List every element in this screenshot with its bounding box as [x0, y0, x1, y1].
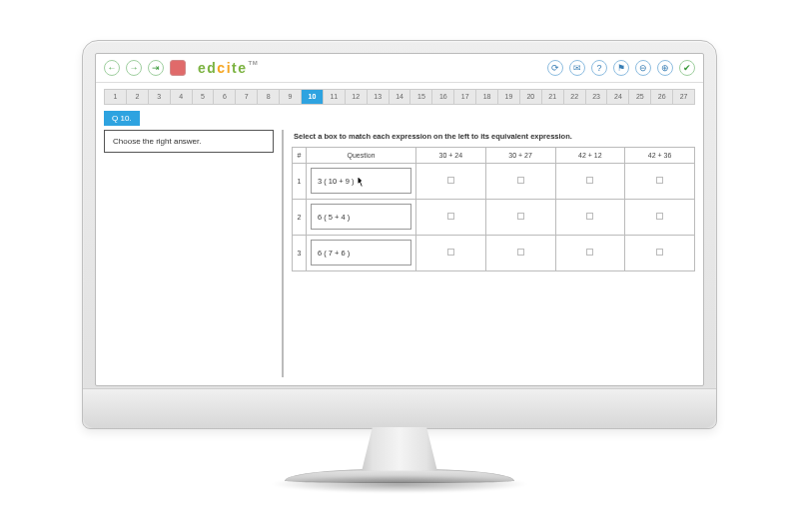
question-badge: Q 10. [104, 111, 140, 126]
row-number: 3 [293, 235, 307, 270]
question-nav-26[interactable]: 26 [651, 90, 673, 104]
table-row: 13 ( 10 + 9 ) [293, 163, 695, 199]
forward-button[interactable]: → [126, 60, 142, 76]
row-number: 1 [293, 163, 307, 199]
monitor-chin [83, 388, 716, 428]
submit-check-button[interactable]: ✔ [679, 60, 695, 76]
question-nav-23[interactable]: 23 [586, 90, 608, 104]
refresh-button[interactable]: ⟳ [547, 60, 563, 76]
answer-cell[interactable] [625, 235, 695, 270]
question-nav-20[interactable]: 20 [520, 90, 542, 104]
answer-cell[interactable] [485, 235, 555, 270]
question-nav-25[interactable]: 25 [629, 90, 651, 104]
answer-cell[interactable] [416, 163, 486, 199]
header-col-3: 42 + 12 [555, 147, 625, 163]
answer-cell[interactable] [555, 199, 625, 235]
instruction-text: Select a box to match each expression on… [294, 132, 695, 141]
checkbox-icon[interactable] [447, 177, 454, 184]
answer-cell[interactable] [485, 163, 555, 199]
checkbox-icon[interactable] [586, 213, 593, 220]
checkbox-icon[interactable] [656, 213, 663, 220]
question-nav-12[interactable]: 12 [346, 90, 368, 104]
left-pane: Choose the right answer. [104, 130, 274, 377]
table-row: 36 ( 7 + 6 ) [293, 235, 695, 270]
question-nav-strip: 1234567891011121314151617181920212223242… [104, 89, 695, 105]
skip-end-button[interactable]: ⇥ [148, 60, 164, 76]
answer-cell[interactable] [416, 235, 486, 270]
zoom-in-button[interactable]: ⊕ [657, 60, 673, 76]
mail-button[interactable]: ✉ [569, 60, 585, 76]
answer-cell[interactable] [625, 199, 695, 235]
answer-cell[interactable] [416, 199, 486, 235]
question-nav-17[interactable]: 17 [454, 90, 476, 104]
row-number: 2 [293, 199, 307, 235]
question-nav-22[interactable]: 22 [564, 90, 586, 104]
right-pane: Select a box to match each expression on… [282, 130, 695, 377]
question-nav-11[interactable]: 11 [324, 90, 346, 104]
screen-bezel: ← → ⇥ edciteTM ⟳ ✉ ? ⚑ ⊖ ⊕ ✔ [82, 40, 717, 429]
checkbox-icon[interactable] [656, 249, 663, 256]
top-toolbar: ← → ⇥ edciteTM ⟳ ✉ ? ⚑ ⊖ ⊕ ✔ [96, 54, 703, 83]
question-nav-4[interactable]: 4 [171, 90, 193, 104]
stop-button[interactable] [170, 60, 186, 76]
question-nav-27[interactable]: 27 [673, 90, 694, 104]
checkbox-icon[interactable] [517, 213, 524, 220]
table-row: 26 ( 5 + 4 ) [293, 199, 695, 235]
brand-logo: edciteTM [198, 60, 257, 76]
table-header-row: # Question 30 + 24 30 + 27 42 + 12 42 + … [293, 147, 695, 163]
question-nav-2[interactable]: 2 [127, 90, 149, 104]
question-nav-16[interactable]: 16 [432, 90, 454, 104]
answer-cell[interactable] [555, 235, 625, 270]
expression-cell: 6 ( 7 + 6 ) [307, 235, 416, 270]
question-nav-15[interactable]: 15 [410, 90, 432, 104]
checkbox-icon[interactable] [586, 177, 593, 184]
question-nav-19[interactable]: 19 [498, 90, 520, 104]
question-nav-18[interactable]: 18 [476, 90, 498, 104]
flag-button[interactable]: ⚑ [613, 60, 629, 76]
header-num: # [293, 147, 307, 163]
question-nav-3[interactable]: 3 [149, 90, 171, 104]
answer-cell[interactable] [555, 163, 625, 199]
checkbox-icon[interactable] [656, 177, 663, 184]
monitor-stand-neck [355, 427, 444, 471]
checkbox-icon[interactable] [447, 213, 454, 220]
checkbox-icon[interactable] [586, 249, 593, 256]
header-question: Question [307, 147, 416, 163]
header-col-1: 30 + 24 [416, 147, 486, 163]
question-nav-6[interactable]: 6 [214, 90, 236, 104]
app-screen: ← → ⇥ edciteTM ⟳ ✉ ? ⚑ ⊖ ⊕ ✔ [95, 53, 704, 386]
question-nav-13[interactable]: 13 [368, 90, 390, 104]
expression-cell: 3 ( 10 + 9 ) [307, 163, 416, 199]
expression-cell: 6 ( 5 + 4 ) [307, 199, 416, 235]
toolbar-left: ← → ⇥ edciteTM [104, 60, 257, 76]
monitor-frame: ← → ⇥ edciteTM ⟳ ✉ ? ⚑ ⊖ ⊕ ✔ [82, 40, 717, 493]
question-nav-21[interactable]: 21 [542, 90, 564, 104]
expression-text: 6 ( 5 + 4 ) [311, 204, 411, 230]
checkbox-icon[interactable] [517, 249, 524, 256]
zoom-out-button[interactable]: ⊖ [635, 60, 651, 76]
content-body: Choose the right answer. Select a box to… [96, 126, 703, 385]
answer-cell[interactable] [625, 163, 695, 199]
checkbox-icon[interactable] [447, 249, 454, 256]
answer-cell[interactable] [485, 199, 555, 235]
prompt-box: Choose the right answer. [104, 130, 274, 153]
question-nav-24[interactable]: 24 [607, 90, 629, 104]
question-nav-7[interactable]: 7 [236, 90, 258, 104]
question-nav-8[interactable]: 8 [258, 90, 280, 104]
toolbar-right: ⟳ ✉ ? ⚑ ⊖ ⊕ ✔ [547, 60, 695, 76]
question-nav-5[interactable]: 5 [193, 90, 215, 104]
expression-text: 6 ( 7 + 6 ) [311, 240, 411, 266]
help-button[interactable]: ? [591, 60, 607, 76]
match-table: # Question 30 + 24 30 + 27 42 + 12 42 + … [292, 147, 695, 271]
question-nav-1[interactable]: 1 [105, 90, 127, 104]
question-nav-9[interactable]: 9 [280, 90, 302, 104]
question-nav-14[interactable]: 14 [390, 90, 411, 104]
expression-text: 3 ( 10 + 9 ) [311, 168, 411, 194]
header-col-2: 30 + 27 [485, 147, 555, 163]
monitor-shadow [270, 475, 529, 493]
header-col-4: 42 + 36 [625, 147, 695, 163]
back-button[interactable]: ← [104, 60, 120, 76]
checkbox-icon[interactable] [517, 177, 524, 184]
question-nav-10[interactable]: 10 [302, 90, 324, 104]
